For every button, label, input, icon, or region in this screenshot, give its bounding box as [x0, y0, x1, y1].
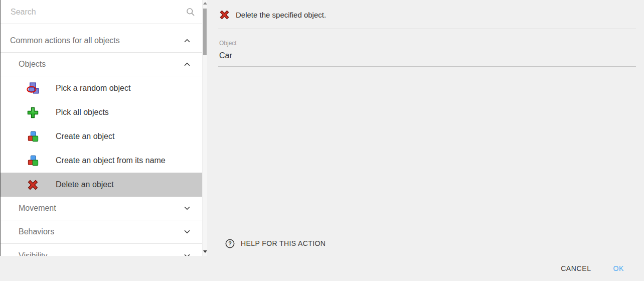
category-label: Objects	[19, 60, 46, 69]
pick-all-objects-icon	[27, 106, 39, 119]
action-item-label: Pick all objects	[56, 108, 109, 117]
action-editor-panel: Delete the specified object. Object Car …	[207, 0, 644, 256]
object-field-underline	[218, 66, 636, 67]
action-item-pick-random-object[interactable]: Pick a random object	[1, 76, 203, 100]
action-item-create-object-from-name[interactable]: Create an object from its name	[1, 149, 203, 173]
action-title: Delete the specified object.	[236, 11, 326, 19]
scrollbar-down-arrow-icon[interactable]	[203, 250, 207, 253]
action-chooser-sidebar: Common actions for all objects Objects	[0, 0, 207, 256]
category-label: Visibility	[19, 251, 48, 256]
action-item-create-object[interactable]: Create an object	[1, 124, 203, 149]
category-common-actions[interactable]: Common actions for all objects	[1, 29, 203, 53]
category-movement[interactable]: Movement	[1, 197, 203, 220]
svg-text:?: ?	[228, 240, 232, 246]
action-item-label: Create an object	[56, 132, 114, 141]
pick-random-object-icon	[27, 82, 39, 95]
chevron-up-icon	[183, 36, 192, 45]
help-button-label: HELP FOR THIS ACTION	[241, 239, 326, 247]
action-list: Common actions for all objects Objects	[1, 24, 203, 256]
search-bar[interactable]	[1, 0, 203, 24]
help-for-action-button[interactable]: ? HELP FOR THIS ACTION	[225, 234, 332, 252]
object-field-value[interactable]: Car	[219, 51, 636, 60]
sidebar-scrollbar[interactable]	[202, 0, 207, 256]
search-input[interactable]	[11, 8, 186, 17]
chevron-down-icon	[183, 227, 192, 236]
action-item-label: Create an object from its name	[56, 156, 166, 165]
action-item-pick-all-objects[interactable]: Pick all objects	[1, 100, 203, 124]
action-item-label: Delete an object	[56, 180, 114, 189]
chevron-down-icon	[183, 251, 192, 256]
delete-object-icon	[27, 179, 39, 191]
category-label: Common actions for all objects	[10, 36, 120, 45]
scrollbar-thumb[interactable]	[203, 9, 207, 55]
action-header: Delete the specified object.	[207, 0, 644, 20]
chevron-up-icon	[183, 60, 192, 69]
object-field[interactable]: Object Car	[207, 29, 644, 60]
help-icon: ?	[225, 238, 235, 249]
ok-button[interactable]: OK	[605, 259, 632, 277]
chevron-down-icon	[183, 204, 192, 213]
action-item-label: Pick a random object	[56, 84, 130, 93]
category-objects[interactable]: Objects	[1, 53, 203, 76]
cancel-button[interactable]: CANCEL	[553, 259, 599, 277]
delete-object-icon	[219, 10, 230, 20]
category-behaviors[interactable]: Behaviors	[1, 220, 203, 244]
object-field-label: Object	[219, 40, 636, 47]
dialog-actions-bar: CANCEL OK	[0, 256, 644, 281]
category-label: Behaviors	[19, 227, 54, 236]
search-icon	[186, 7, 195, 17]
category-label: Movement	[19, 204, 56, 213]
category-visibility[interactable]: Visibility	[1, 244, 203, 256]
scrollbar-up-arrow-icon[interactable]	[203, 2, 207, 5]
action-item-delete-object[interactable]: Delete an object	[1, 173, 203, 197]
create-object-icon	[27, 130, 39, 143]
create-object-icon	[27, 155, 39, 167]
